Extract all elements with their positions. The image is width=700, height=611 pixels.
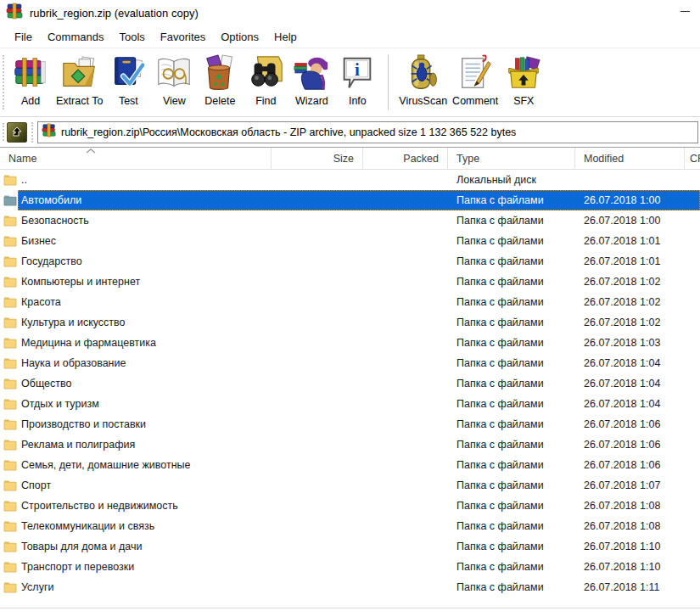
- file-type: Папка с файлами: [448, 459, 575, 471]
- wizard-button[interactable]: Wizard: [289, 51, 333, 109]
- name-cell: Отдых и туризм: [0, 397, 272, 411]
- file-type: Папка с файлами: [448, 541, 575, 552]
- file-type: Папка с файлами: [448, 520, 575, 532]
- folder-icon: [3, 377, 17, 390]
- name-cell: Культура и искусство: [0, 316, 272, 329]
- menu-favorites[interactable]: Favorites: [153, 28, 213, 46]
- toolbar: Add Extract To: [0, 48, 700, 117]
- column-header-crc32[interactable]: CRC32: [685, 148, 700, 169]
- table-row[interactable]: Производство и поставки Папка с файлами …: [0, 414, 700, 434]
- view-button[interactable]: View: [152, 51, 196, 109]
- name-cell: Компьютеры и интернет: [0, 275, 272, 289]
- name-cell: Государство: [0, 255, 272, 268]
- table-row[interactable]: Семья, дети, домашние животные Папка с ф…: [0, 455, 700, 475]
- table-row[interactable]: Товары для дома и дачи Папка с файлами 2…: [0, 536, 700, 557]
- find-icon: [245, 53, 286, 93]
- table-row[interactable]: Безопасность Папка с файлами 26.07.2018 …: [0, 210, 700, 231]
- table-row[interactable]: Услуги Папка с файлами 26.07.2018 1:11: [0, 577, 700, 597]
- table-row[interactable]: Культура и искусство Папка с файлами 26.…: [0, 312, 700, 333]
- name-cell: Спорт: [0, 479, 272, 492]
- up-one-level-button[interactable]: [7, 122, 27, 143]
- table-row[interactable]: Красота Папка с файлами 26.07.2018 1:02: [0, 292, 700, 312]
- name-cell: Семья, дети, домашние животные: [0, 458, 272, 472]
- info-button[interactable]: i Info: [335, 51, 379, 109]
- extract-to-label: Extract To: [56, 95, 103, 107]
- sfx-button[interactable]: SFX: [501, 51, 546, 109]
- virusscan-button[interactable]: VirusScan: [397, 51, 449, 109]
- menu-tools[interactable]: Tools: [111, 28, 152, 46]
- minimize-icon[interactable]: [680, 11, 690, 12]
- list-bottom-divider: [0, 608, 700, 608]
- menu-commands[interactable]: Commands: [40, 28, 111, 46]
- list-header: Name Size Packed Type Modified CRC32: [0, 148, 700, 170]
- sfx-label: SFX: [513, 95, 534, 107]
- file-name: Безопасность: [21, 215, 89, 227]
- comment-button[interactable]: Comment: [451, 51, 500, 109]
- file-name: Производство и поставки: [21, 418, 146, 430]
- extract-to-button[interactable]: Extract To: [54, 51, 104, 109]
- file-type: Папка с файлами: [448, 276, 575, 288]
- svg-text:i: i: [355, 59, 360, 80]
- table-row[interactable]: Медицина и фармацевтика Папка с файлами …: [0, 333, 700, 353]
- delete-label: Delete: [204, 95, 235, 107]
- column-header-modified[interactable]: Modified: [575, 148, 685, 169]
- table-row[interactable]: Автомобили Папка с файлами 26.07.2018 1:…: [0, 190, 700, 210]
- table-row[interactable]: Наука и образование Папка с файлами 26.0…: [0, 353, 700, 373]
- file-name: Медицина и фармацевтика: [21, 337, 156, 349]
- column-header-size[interactable]: Size: [272, 148, 363, 169]
- file-modified: 26.07.2018 1:10: [575, 561, 685, 573]
- test-icon: [108, 53, 148, 93]
- table-row[interactable]: Строительство и недвижимость Папка с фай…: [0, 496, 700, 516]
- table-row[interactable]: Общество Папка с файлами 26.07.2018 1:04: [0, 373, 700, 394]
- table-row[interactable]: Спорт Папка с файлами 26.07.2018 1:07: [0, 475, 700, 496]
- delete-button[interactable]: Delete: [198, 51, 242, 109]
- find-button[interactable]: Find: [244, 51, 288, 109]
- menu-help[interactable]: Help: [266, 28, 305, 46]
- table-row[interactable]: Реклама и полиграфия Папка с файлами 26.…: [0, 434, 700, 455]
- folder-icon: [3, 295, 17, 309]
- file-name: Строительство и недвижимость: [21, 500, 178, 512]
- add-button[interactable]: Add: [8, 51, 53, 109]
- test-button[interactable]: Test: [106, 51, 150, 109]
- column-header-type[interactable]: Type: [448, 148, 575, 169]
- file-list: .. Локальный диск Автомобили Папка с фай…: [0, 170, 700, 597]
- archive-path-field[interactable]: rubrik_region.zip\Россия\Московская обла…: [37, 121, 698, 143]
- table-row[interactable]: Бизнес Папка с файлами 26.07.2018 1:01: [0, 231, 700, 251]
- comment-icon: [455, 53, 496, 93]
- table-row[interactable]: Телекоммуникации и связь Папка с файлами…: [0, 516, 700, 536]
- name-cell: Безопасность: [0, 214, 272, 227]
- folder-icon: [3, 519, 17, 533]
- file-name: Отдых и туризм: [21, 398, 99, 410]
- table-row[interactable]: Транспорт и перевозки Папка с файлами 26…: [0, 557, 700, 577]
- folder-icon: [3, 540, 17, 553]
- file-modified: 26.07.2018 1:04: [575, 357, 685, 369]
- file-name: Красота: [21, 296, 61, 308]
- table-row[interactable]: Отдых и туризм Папка с файлами 26.07.201…: [0, 394, 700, 414]
- find-label: Find: [255, 95, 276, 107]
- table-row[interactable]: Компьютеры и интернет Папка с файлами 26…: [0, 272, 700, 292]
- column-header-packed[interactable]: Packed: [363, 148, 448, 169]
- table-row[interactable]: .. Локальный диск: [0, 170, 700, 190]
- column-header-name[interactable]: Name: [0, 148, 272, 169]
- sort-ascending-icon: [85, 148, 97, 154]
- virusscan-icon: [403, 53, 444, 93]
- folder-icon: [3, 255, 17, 268]
- file-modified: 26.07.2018 1:02: [575, 317, 685, 328]
- sfx-icon: [503, 53, 544, 93]
- file-name: Телекоммуникации и связь: [21, 520, 154, 532]
- menu-options[interactable]: Options: [213, 28, 266, 46]
- name-cell: Красота: [0, 295, 272, 309]
- file-type: Папка с файлами: [448, 561, 575, 573]
- folder-icon: [3, 397, 17, 411]
- wizard-icon: [291, 53, 332, 93]
- folder-icon: [3, 438, 17, 451]
- archive-icon: [42, 123, 57, 141]
- folder-icon: [3, 214, 17, 227]
- menu-file[interactable]: File: [7, 28, 40, 46]
- folder-icon: [3, 479, 17, 492]
- table-row[interactable]: Государство Папка с файлами 26.07.2018 1…: [0, 251, 700, 272]
- file-name: Общество: [21, 378, 71, 390]
- folder-icon: [3, 275, 17, 289]
- file-type: Папка с файлами: [448, 255, 575, 267]
- add-label: Add: [21, 95, 40, 107]
